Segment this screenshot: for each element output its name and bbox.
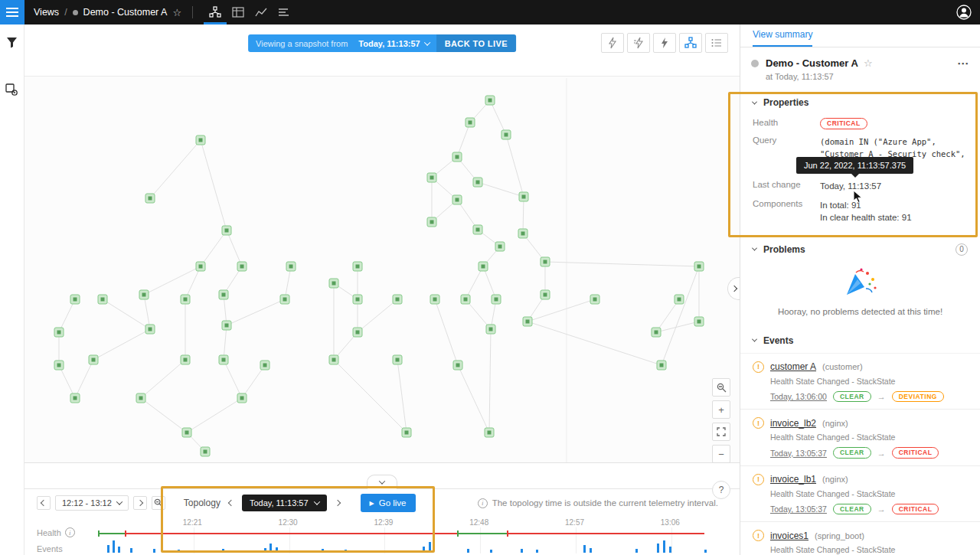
play-icon: ▶ xyxy=(370,500,374,507)
events-section-header[interactable]: Events xyxy=(740,325,980,353)
event-bar xyxy=(590,548,592,553)
event-component-link[interactable]: invoice_lb2 xyxy=(770,418,816,429)
favorite-star-icon[interactable]: ☆ xyxy=(172,7,181,18)
panel-tab-bar: View summary xyxy=(740,24,980,47)
properties-section-header[interactable]: Properties xyxy=(740,87,980,115)
interval-zoom-out-button[interactable] xyxy=(152,496,165,510)
problems-title: Problems xyxy=(763,244,805,255)
last-change-value[interactable]: Today, 11:13:57 xyxy=(820,180,968,193)
visualization-toolbar xyxy=(601,33,728,53)
health-badge: CRITICAL xyxy=(820,118,867,129)
chevron-down-icon xyxy=(752,99,757,104)
topology-time-next-button[interactable] xyxy=(332,496,344,510)
event-warning-icon: ! xyxy=(753,474,764,485)
party-popper-icon xyxy=(843,267,878,298)
fullscreen-button[interactable] xyxy=(712,423,730,441)
event-bar xyxy=(704,550,707,553)
events-view-icon[interactable] xyxy=(273,0,296,24)
banner-time-dropdown[interactable]: Today, 11:13:57 xyxy=(351,39,436,48)
more-menu-button[interactable]: ⋯ xyxy=(957,57,969,69)
back-to-live-button[interactable]: BACK TO LIVE xyxy=(436,34,516,52)
event-bar xyxy=(490,550,492,553)
topology-view-icon[interactable] xyxy=(204,0,227,24)
user-avatar[interactable] xyxy=(956,4,972,21)
collapse-timeline-button[interactable] xyxy=(367,475,397,489)
bolt-lines-icon[interactable] xyxy=(627,33,650,53)
event-warning-icon: ! xyxy=(753,361,764,373)
timeline-tick-label: 12:30 xyxy=(279,518,298,527)
arrow-right-icon: → xyxy=(877,504,886,514)
event-bar xyxy=(536,550,538,553)
event-time-link[interactable]: Today, 13:05:37 xyxy=(770,504,827,514)
event-list-item[interactable]: !customer A(customer)Health State Change… xyxy=(740,354,980,410)
event-component-type: (nginx) xyxy=(822,419,848,428)
table-view-icon[interactable] xyxy=(227,0,250,24)
bolt-outline-icon[interactable] xyxy=(601,33,624,53)
event-bar xyxy=(429,542,431,553)
properties-title: Properties xyxy=(763,97,808,108)
health-track xyxy=(98,531,735,537)
main-area: Viewing a snapshot from Today, 11:13:57 … xyxy=(24,24,740,555)
filter-button[interactable] xyxy=(4,34,21,51)
zoom-out-button[interactable]: − xyxy=(712,445,730,463)
event-detail: Health State Changed - StackState xyxy=(770,377,968,386)
panel-view-name: Demo - Customer A xyxy=(766,57,858,69)
event-component-link[interactable]: customer A xyxy=(770,361,816,372)
menu-button[interactable] xyxy=(0,0,24,24)
timeline-chart[interactable]: Health i Events 12:2112:3012:3912:4812:5… xyxy=(24,517,740,555)
zoom-fit-button[interactable] xyxy=(712,378,730,397)
problems-section: Problems 0 Hooray, no problems detected … xyxy=(740,233,980,325)
topology-layout-icon[interactable] xyxy=(679,33,702,53)
event-component-type: (customer) xyxy=(822,362,863,371)
zoom-in-button[interactable]: + xyxy=(712,400,730,419)
event-bar xyxy=(113,540,115,553)
timeline-tick-label: 12:57 xyxy=(565,518,584,527)
view-state-dot xyxy=(73,10,78,15)
topology-time-previous-button[interactable] xyxy=(225,496,237,510)
left-toolbar xyxy=(0,24,24,555)
query-label: Query xyxy=(753,135,820,145)
component-settings-button[interactable] xyxy=(4,81,21,98)
event-warning-icon: ! xyxy=(753,417,764,429)
interval-next-button[interactable] xyxy=(133,496,147,510)
event-bar xyxy=(264,548,266,553)
tab-view-summary[interactable]: View summary xyxy=(753,29,812,47)
interval-previous-button[interactable] xyxy=(37,496,51,510)
topology-time-dropdown[interactable]: Today, 11:13:57 xyxy=(242,495,327,511)
timeline-track-area[interactable]: 12:2112:3012:3912:4812:5713:06 xyxy=(98,517,735,555)
go-live-button[interactable]: ▶Go live xyxy=(361,494,416,512)
breadcrumb-views[interactable]: Views xyxy=(34,7,59,18)
topology-graph-svg[interactable] xyxy=(24,24,740,462)
topbar-divider xyxy=(192,6,193,18)
problems-empty-message: Hooray, no problems detected at this tim… xyxy=(756,307,965,316)
favorite-star-icon[interactable]: ☆ xyxy=(864,57,873,69)
event-time-link[interactable]: Today, 13:05:37 xyxy=(770,449,827,458)
arrow-right-icon: → xyxy=(877,449,886,458)
timeline: 12:12 - 13:12 Topology Today, 11:13:57 ▶… xyxy=(24,462,740,555)
event-bar xyxy=(583,545,586,553)
help-button[interactable]: ? xyxy=(712,481,730,499)
telemetry-view-icon[interactable] xyxy=(250,0,273,24)
problems-empty-state: Hooray, no problems detected at this tim… xyxy=(740,263,980,325)
event-time-link[interactable]: Today, 13:06:00 xyxy=(770,392,827,401)
health-row-label: Health i xyxy=(37,527,75,537)
event-component-link[interactable]: invoices1 xyxy=(770,531,808,541)
breadcrumb-view-name[interactable]: Demo - Customer A xyxy=(83,7,168,18)
timeline-tick-label: 12:48 xyxy=(469,518,488,527)
event-bar xyxy=(669,547,671,553)
event-component-link[interactable]: invoice_lb1 xyxy=(770,474,816,485)
event-bar xyxy=(118,547,120,553)
event-warning-icon: ! xyxy=(753,530,764,541)
timestamp-tooltip: Jun 22, 2022, 11:13:57.375 xyxy=(796,157,913,174)
event-list-item[interactable]: !invoices1(spring_boot)Health State Chan… xyxy=(740,522,980,555)
timeline-tick-label: 13:06 xyxy=(661,518,680,527)
problems-section-header[interactable]: Problems 0 xyxy=(740,233,980,263)
event-list-item[interactable]: !invoice_lb2(nginx)Health State Changed … xyxy=(740,410,980,466)
zoom-controls: + − xyxy=(712,378,730,463)
bolt-filled-icon[interactable] xyxy=(653,33,676,53)
event-bar xyxy=(153,549,155,553)
event-bar xyxy=(322,549,324,553)
list-layout-icon[interactable] xyxy=(705,33,728,53)
interval-dropdown[interactable]: 12:12 - 13:12 xyxy=(55,495,129,511)
event-list-item[interactable]: !invoice_lb1(nginx)Health State Changed … xyxy=(740,466,980,523)
